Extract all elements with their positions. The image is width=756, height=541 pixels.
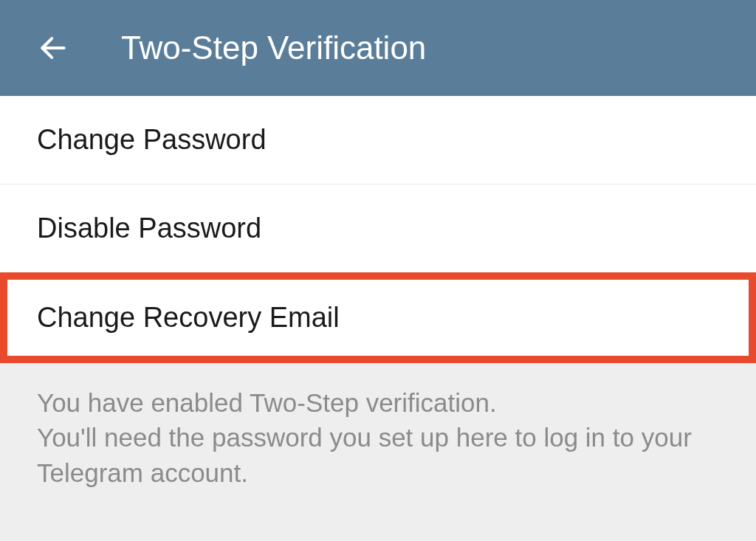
page-title: Two-Step Verification <box>121 30 426 66</box>
disable-password-item[interactable]: Disable Password <box>0 185 756 272</box>
header: Two-Step Verification <box>0 0 756 96</box>
back-button[interactable] <box>35 30 71 66</box>
info-text: You have enabled Two-Step verification.Y… <box>0 363 756 512</box>
settings-list: Change Password Disable Password <box>0 96 756 272</box>
change-password-item[interactable]: Change Password <box>0 96 756 184</box>
arrow-left-icon <box>37 32 69 64</box>
change-recovery-email-item[interactable]: Change Recovery Email <box>7 280 749 356</box>
highlighted-option: Change Recovery Email <box>0 272 756 363</box>
